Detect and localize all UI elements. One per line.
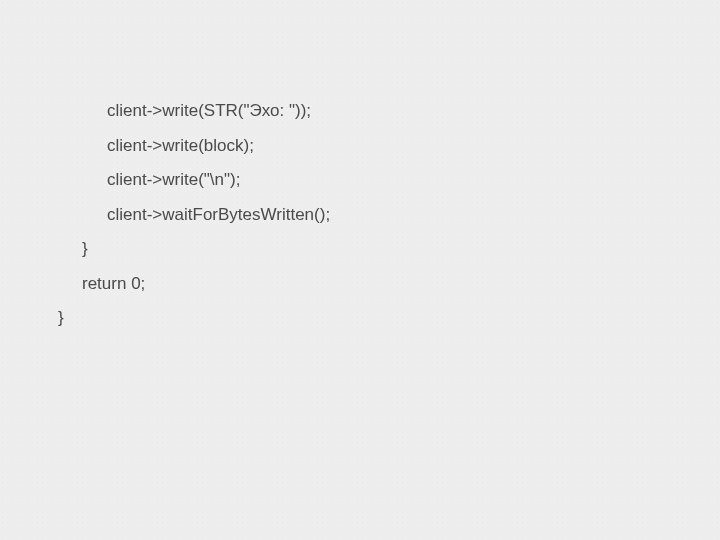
- code-line: client->write(block);: [36, 137, 720, 154]
- code-line: }: [36, 309, 720, 326]
- code-line: client->waitForBytesWritten();: [36, 206, 720, 223]
- code-line: client->write(STR("Эхо: "));: [36, 102, 720, 119]
- code-line: return 0;: [36, 275, 720, 292]
- code-line: client->write("\n");: [36, 171, 720, 188]
- code-line: }: [36, 240, 720, 257]
- slide: client->write(STR("Эхо: ")); client->wri…: [0, 0, 720, 326]
